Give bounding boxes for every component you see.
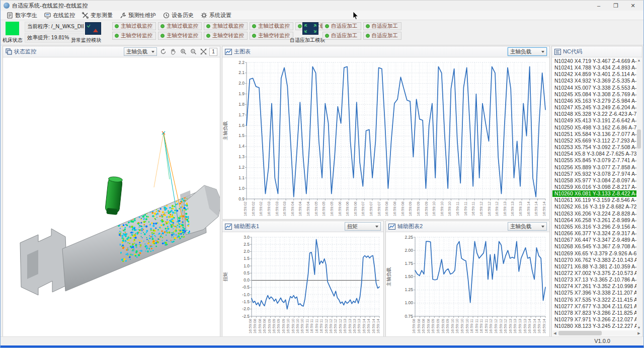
adaptive-module-icon[interactable] (302, 22, 318, 35)
nc-line[interactable]: N10245 X5.084 Y-3.308 Z-5.769 A-75.088 (552, 91, 636, 98)
nc-horizontal-scrollbar[interactable]: ◀ ▶ (552, 330, 641, 336)
scroll-down-icon[interactable]: ▼ (636, 325, 641, 330)
spindle-idle-monitor-button-3[interactable]: 主轴空转监控 (204, 32, 248, 40)
nc-line[interactable]: N10268 X6.545 Y-3.367 Z-9.708 A-70.519 (552, 243, 636, 250)
nc-line[interactable]: N10250 X5.498 Y-3.162 Z-6.86 A-74.178 C (552, 124, 636, 131)
menu-item-deformation-measure[interactable]: 变形测量 (80, 11, 118, 20)
nc-line[interactable]: N10276 X7.535 Y-3.322 Z-11.415 A-65.22 (552, 297, 636, 303)
nc-line[interactable]: N10248 X5.328 Y-3.22 Z-6.423 A-74.52 C (552, 111, 636, 117)
nc-line[interactable]: N10253 X5.754 Y-3.092 Z-7.508 A-73.677 (552, 144, 636, 151)
nc-line[interactable]: N10256 X5.889 Y-3.077 Z-7.858 A-73.348 (552, 164, 636, 171)
scroll-up-icon[interactable]: ▲ (636, 58, 641, 63)
nc-line[interactable]: N10241 X4.788 Y-3.434 Z-4.893 A-76.062 (552, 64, 636, 71)
nc-line[interactable]: N10257 X5.932 Y-3.078 Z-7.974 A-73.243 (552, 171, 636, 177)
nc-line[interactable]: N10247 X5.245 Y-3.249 Z-6.204 A-74.701 (552, 104, 636, 111)
nc-line[interactable]: N10267 X6.447 Y-3.347 Z-9.489 A-71.055 (552, 237, 636, 243)
status-dot-green (366, 24, 370, 28)
nc-line[interactable]: N10261 X6.119 Y-3.159 Z-8.546 A-72.701 (552, 197, 636, 203)
spindle-overload-monitor-button-4[interactable]: 主轴过载监控 (250, 22, 293, 30)
menu-item-digital-twin[interactable]: 数字孪生 (5, 11, 42, 20)
spindle-idle-monitor-button-4[interactable]: 主轴空转监控 (250, 32, 293, 40)
nc-line[interactable]: N10246 X5.163 Y-3.279 Z-5.984 A-74.892 (552, 98, 636, 104)
nc-vertical-scrollbar[interactable]: ▲ ▼ (636, 58, 641, 330)
abnormal-module-icon[interactable] (85, 22, 101, 35)
zoom-level-box[interactable]: 1 (209, 48, 217, 56)
nc-line[interactable]: N10258 X5.977 Y-3.084 Z-8.097 A-73.138 (552, 177, 636, 184)
nc-line[interactable]: N10259 X6.016 Y-3.098 Z-8.217 A-73.036 (552, 184, 636, 190)
aux-chart2-signal-dropdown[interactable]: 主轴负载 (508, 222, 547, 231)
nc-line[interactable]: N10262 X6.16 Y-3.19 Z-8.682 A-72.534 C (552, 203, 636, 210)
main-chart-signal-dropdown[interactable]: 主轴负载 (508, 47, 547, 56)
nc-line[interactable]: N10242 X4.859 Y-3.401 Z-5.114 A-75.775 (552, 71, 636, 78)
nc-line[interactable]: N10279 X7.971 Y-3.266 Z-12.027 A-62.98 (552, 316, 636, 323)
menu-item-online-monitoring[interactable]: 在线监控 (42, 11, 80, 20)
fit-view-icon[interactable] (199, 48, 207, 56)
scrollbar-thumb[interactable] (637, 129, 641, 149)
nc-line[interactable]: N10275 X7.396 Y-3.338 Z-11.207 A-65.95 (552, 290, 636, 296)
spindle-idle-monitor-button-2[interactable]: 主轴空转监控 (158, 32, 202, 40)
nc-line[interactable]: N10274 X7.261 Y-3.352 Z-10.998 A-66.67 (552, 283, 636, 290)
zoom-out-icon[interactable] (189, 48, 197, 56)
nc-line[interactable]: N10251 X5.584 Y-3.136 Z-7.077 A-74.012 (552, 131, 636, 137)
close-button[interactable]: ✕ (624, 1, 641, 11)
nc-line[interactable]: N10271 X6.88 Y-3.381 Z-10.359 A-68.711 (552, 263, 636, 270)
svg-text:16:59:11: 16:59:11 (471, 201, 475, 216)
minimize-button[interactable]: – (590, 1, 607, 11)
spindle-idle-monitor-button-1[interactable]: 主轴空转监控 (112, 32, 156, 40)
nc-line[interactable]: N10270 X6.762 Y-3.383 Z-10.143 A-69.34 (552, 257, 636, 263)
nc-line[interactable]: N10249 X5.413 Y-3.191 Z-6.642 A-74.346 (552, 117, 636, 124)
nc-line[interactable]: N10265 X6.316 Y-3.296 Z-9.156 A-71.771 (552, 224, 636, 230)
scrollbar-thumb[interactable] (558, 331, 602, 335)
adaptive-machining-button-1[interactable]: 自适应加工 (323, 22, 361, 30)
svg-text:扭矩: 扭矩 (222, 272, 228, 282)
scroll-right-icon[interactable]: ▶ (636, 330, 641, 336)
nc-line[interactable]: N10277 X7.677 Y-3.304 Z-11.621 A-64.48 (552, 303, 636, 310)
status-dot-green (325, 24, 329, 28)
nc-line[interactable]: N10254 X5.8 Y-3.084 Z-7.625 A-73.571 C (552, 151, 636, 157)
nc-line[interactable]: N10240 X4.719 Y-3.467 Z-4.669 A-76.396 (552, 58, 636, 64)
nc-line[interactable]: N10252 X5.669 Y-3.112 Z-7.293 A-73.844 (552, 137, 636, 144)
zoom-in-icon[interactable] (179, 48, 187, 56)
spindle-overload-monitor-button-2[interactable]: 主轴过载监控 (158, 22, 202, 30)
svg-text:1.0: 1.0 (244, 263, 250, 268)
spindle-overload-monitor-button-1[interactable]: 主轴过载监控 (112, 22, 156, 30)
svg-text:1.6: 1.6 (238, 123, 245, 128)
svg-text:1.50: 1.50 (405, 274, 413, 279)
nc-line[interactable]: N10273 X7.13 Y-3.365 Z-10.786 A-67.372 (552, 276, 636, 283)
menu-item-predictive-maintenance[interactable]: 预测性维护 (118, 11, 161, 20)
adaptive-machining-button-b-2[interactable]: 自适应加工 (363, 32, 402, 40)
nc-line[interactable]: N10280 X8.123 Y-3.245 Z-12.227 A-62.23 (552, 323, 636, 329)
svg-text:16:59:12: 16:59:12 (487, 201, 492, 216)
nc-line[interactable]: N10264 X6.258 Y-3.261 Z-8.989 A-72.072 (552, 217, 636, 224)
nc-line[interactable]: N10278 X7.823 Y-3.286 Z-11.825 A-63.73 (552, 310, 636, 316)
pan-hand-icon[interactable] (169, 48, 177, 56)
adaptive-machining-button-b-1[interactable]: 自适应加工 (323, 32, 361, 40)
svg-text:16:59:11: 16:59:11 (319, 319, 324, 333)
line-chart-icon (225, 49, 232, 55)
scroll-left-icon[interactable]: ◀ (552, 330, 557, 336)
nc-line[interactable]: N10263 X6.206 Y-3.224 Z-8.828 A-72.33 C (552, 211, 636, 217)
menu-item-device-history[interactable]: 设备历史 (161, 11, 199, 20)
abnormal-module-label: 异常监控模块 (71, 37, 101, 44)
svg-text:16:59:10: 16:59:10 (291, 319, 295, 333)
adaptive-machining-button-2[interactable]: 自适应加工 (363, 22, 402, 30)
status-dot-green (160, 24, 165, 28)
aux-chart2-title: 辅助图表2 (397, 223, 423, 230)
spindle-overload-monitor-button-3[interactable]: 主轴过载监控 (204, 22, 248, 30)
nc-line[interactable]: N10243 X4.932 Y-3.369 Z-5.335 A-75.523 (552, 78, 636, 84)
aux-chart1-signal-dropdown[interactable]: 扭矩 (345, 222, 381, 231)
nc-code-list[interactable]: N10240 X4.719 Y-3.467 Z-4.669 A-76.396N1… (552, 58, 636, 330)
menu-item-system-settings[interactable]: 系统设置 (199, 11, 236, 20)
nc-line[interactable]: N10269 X6.65 Y-3.379 Z-9.926 A-69.947 C (552, 250, 636, 257)
nc-line[interactable]: N10255 X5.845 Y-3.079 Z-7.741 A-73.458 (552, 157, 636, 164)
nc-line[interactable]: N10266 X6.377 Y-3.324 Z-9.317 A-71.443 (552, 230, 636, 237)
machine-3d-view[interactable] (3, 57, 220, 336)
nc-line[interactable]: N10244 X5.007 Y-3.338 Z-5.553 A-75.297 (552, 85, 636, 91)
status-signal-dropdown[interactable]: 主轴负载 (124, 47, 157, 56)
orbit-icon[interactable] (159, 48, 167, 56)
svg-text:16:59:13: 16:59:13 (518, 319, 522, 333)
nc-line[interactable]: N10272 X7.002 Y-3.375 Z-10.573 A-68.05 (552, 270, 636, 276)
svg-text:16:59:11: 16:59:11 (455, 201, 460, 216)
maximize-button[interactable]: ❐ (607, 1, 624, 11)
nc-line-selected[interactable]: N10260 X6.081 Y-3.133 Z-8.422 A-72.835 (552, 190, 636, 197)
